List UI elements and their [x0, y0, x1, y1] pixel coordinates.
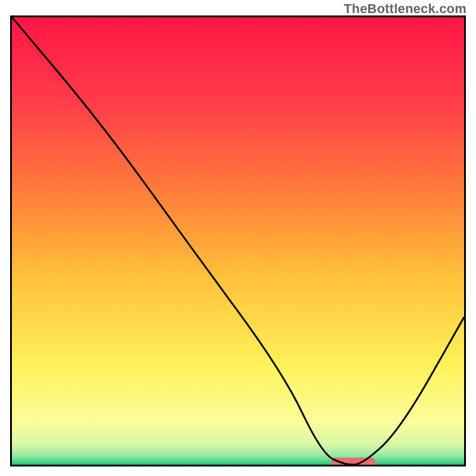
watermark-text: TheBottleneck.com — [344, 1, 466, 17]
chart-svg — [12, 17, 464, 465]
chart-frame: TheBottleneck.com — [0, 0, 476, 476]
chart-plot-area — [10, 15, 466, 466]
gradient-background — [12, 17, 464, 465]
